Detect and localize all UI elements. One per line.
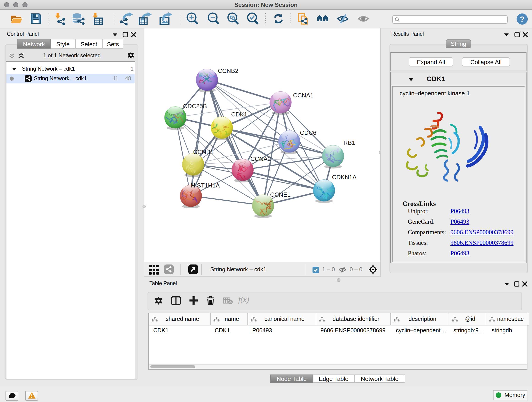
svg-text:CDC6: CDC6	[300, 129, 317, 136]
svg-text:CDK1: CDK1	[231, 111, 247, 118]
svg-text:RB1: RB1	[343, 139, 355, 146]
svg-text:CCNB2: CCNB2	[218, 67, 238, 74]
svg-text:?: ?	[520, 15, 525, 23]
svg-text:CCNE1: CCNE1	[270, 191, 291, 198]
svg-text:CCNA1: CCNA1	[293, 92, 313, 99]
svg-text:CDKN1A: CDKN1A	[332, 174, 356, 181]
svg-text:HIST1H1A: HIST1H1A	[191, 182, 220, 189]
svg-text:CDC25B: CDC25B	[183, 103, 207, 109]
svg-text:CCNB1: CCNB1	[193, 148, 214, 155]
svg-text:CCNA2: CCNA2	[250, 155, 271, 162]
